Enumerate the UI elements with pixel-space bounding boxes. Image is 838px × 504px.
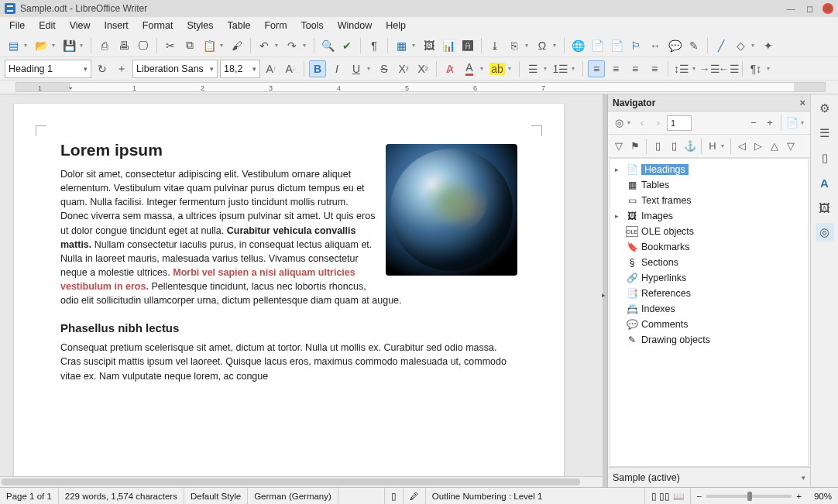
increase-indent-button[interactable]: →☰ [701, 60, 718, 77]
nav-anchor-button[interactable]: ⚓ [682, 139, 698, 154]
status-view-layout[interactable]: ▯ ▯▯ 📖 [645, 488, 690, 504]
undo-button[interactable]: ↶ [256, 37, 273, 54]
earth-image[interactable] [386, 144, 517, 276]
nav-prev-button[interactable]: ‹ [634, 115, 650, 131]
tree-item-sections[interactable]: §Sections [610, 255, 808, 270]
tree-item-references[interactable]: 📑References [610, 286, 808, 301]
nav-drag-mode-button[interactable]: 📄 [785, 115, 800, 131]
expand-icon[interactable]: ▸ [615, 212, 623, 220]
para-spacing-button[interactable]: ¶↕ [747, 60, 764, 77]
find-button[interactable]: 🔍 [319, 37, 336, 54]
tree-item-ole-objects[interactable]: OLEOLE objects [610, 224, 808, 239]
dropdown-icon[interactable]: ▾ [721, 142, 727, 149]
bookmark-button[interactable]: 🏳 [627, 37, 644, 54]
expand-icon[interactable]: ▸ [615, 166, 623, 173]
tree-item-tables[interactable]: ▦Tables [610, 177, 808, 193]
underline-button[interactable]: U [348, 60, 365, 77]
horizontal-ruler[interactable]: 1 1 2 3 4 5 6 7 ⌄ [0, 81, 838, 94]
menu-format[interactable]: Format [136, 19, 180, 33]
status-zoom-value[interactable]: 90% [808, 488, 838, 504]
dropdown-icon[interactable]: ▾ [801, 119, 807, 126]
sidebar-page-button[interactable]: ▯ [816, 149, 834, 167]
nav-set-reminder-button[interactable]: ⚑ [627, 139, 643, 154]
italic-button[interactable]: I [328, 60, 345, 77]
subscript-button[interactable]: X2 [414, 60, 431, 77]
paragraph-style-combo[interactable]: Heading 1 ▾ [5, 60, 91, 78]
horizontal-scrollbar[interactable] [0, 476, 603, 487]
panel-splitter[interactable] [603, 94, 607, 487]
menu-form[interactable]: Form [258, 19, 293, 33]
dropdown-icon[interactable]: ▾ [480, 65, 486, 72]
highlight-button[interactable]: ab [489, 60, 506, 77]
sidebar-settings-button[interactable]: ⚙ [816, 99, 834, 118]
menu-view[interactable]: View [64, 19, 97, 33]
track-changes-button[interactable]: ✎ [685, 37, 702, 54]
nav-zoom-out-button[interactable]: − [746, 115, 761, 131]
dropdown-icon[interactable]: ▾ [553, 42, 559, 49]
dropdown-icon[interactable]: ▾ [627, 119, 634, 126]
dropdown-icon[interactable]: ▾ [303, 42, 309, 49]
new-button[interactable]: ▤ [5, 37, 22, 54]
zoom-in-button[interactable]: + [796, 492, 802, 501]
status-wordcount[interactable]: 229 words, 1,574 characters [59, 488, 184, 504]
dropdown-icon[interactable]: ▾ [275, 42, 281, 49]
paragraph[interactable]: Consequat pretium scelerisque sit amet, … [60, 341, 517, 382]
dropdown-icon[interactable]: ▾ [52, 42, 58, 49]
nav-footer-button[interactable]: ▯ [666, 139, 682, 154]
navigator-footer[interactable]: Sample (active) ▾ [608, 467, 810, 487]
navigator-tree[interactable]: ▸📄Headings▦Tables▭Text frames▸🖼ImagesOLE… [610, 158, 809, 467]
close-button[interactable]: ✕ [823, 3, 833, 14]
print-preview-button[interactable]: 🖵 [135, 37, 152, 54]
basic-shapes-button[interactable]: ◇ [732, 37, 749, 54]
nav-move-down-button[interactable]: ▽ [783, 139, 799, 154]
numbering-button[interactable]: 1☰ [552, 60, 569, 77]
cross-ref-button[interactable]: ↔ [647, 37, 664, 54]
clear-format-button[interactable]: A̷ [441, 60, 458, 77]
sidebar-styles-button[interactable]: A [816, 173, 834, 192]
status-language[interactable]: German (Germany) [248, 488, 338, 504]
navigator-close-button[interactable]: × [799, 97, 805, 108]
dropdown-icon[interactable]: ▾ [525, 42, 531, 49]
nav-toggle-button[interactable]: ◎ [611, 115, 627, 131]
nav-move-up-button[interactable]: △ [767, 139, 782, 154]
tree-item-text-frames[interactable]: ▭Text frames [610, 193, 808, 208]
bullets-button[interactable]: ☰ [524, 60, 541, 77]
copy-button[interactable]: ⧉ [181, 37, 198, 54]
tree-item-images[interactable]: ▸🖼Images [610, 208, 808, 224]
strike-button[interactable]: S [376, 60, 393, 77]
status-signature[interactable]: 🖉 [404, 488, 426, 504]
tree-item-headings[interactable]: ▸📄Headings [610, 162, 808, 177]
sidebar-gallery-button[interactable]: 🖼 [816, 198, 834, 217]
print-button[interactable]: 🖶 [115, 37, 132, 54]
shrink-font-button[interactable]: A↓ [282, 60, 299, 77]
nav-header-button[interactable]: ▯ [650, 139, 665, 154]
field-button[interactable]: ⎘ [506, 37, 523, 54]
tree-item-comments[interactable]: 💬Comments [610, 317, 808, 332]
nav-content-view-button[interactable]: ▽ [611, 139, 627, 154]
table-button[interactable]: ▦ [393, 37, 410, 54]
nav-zoom-in-button[interactable]: + [762, 115, 778, 131]
dropdown-icon[interactable]: ▾ [572, 65, 578, 72]
nav-heading-levels-button[interactable]: H [705, 139, 720, 154]
menu-help[interactable]: Help [380, 19, 412, 33]
nav-demote-button[interactable]: ▷ [750, 139, 766, 154]
new-dropdown[interactable]: ▾ [24, 42, 30, 49]
export-pdf-button[interactable]: ⎙ [96, 37, 113, 54]
paste-button[interactable]: 📋 [201, 37, 218, 54]
update-style-button[interactable]: ↻ [94, 60, 111, 77]
menu-tools[interactable]: Tools [295, 19, 330, 33]
menu-file[interactable]: File [3, 19, 31, 33]
tree-item-bookmarks[interactable]: 🔖Bookmarks [610, 239, 808, 255]
special-char-button[interactable]: Ω [534, 37, 551, 54]
minimize-button[interactable]: — [785, 3, 796, 14]
textbox-button[interactable]: 🅰 [459, 37, 476, 54]
menu-edit[interactable]: Edit [33, 19, 62, 33]
draw-functions-button[interactable]: ✦ [760, 37, 777, 54]
nav-next-button[interactable]: › [651, 115, 666, 131]
font-name-combo[interactable]: Liberation Sans ▾ [132, 60, 218, 78]
hyperlink-button[interactable]: 🌐 [569, 37, 586, 54]
sidebar-navigator-button[interactable]: ◎ [816, 223, 834, 242]
chart-button[interactable]: 📊 [440, 37, 457, 54]
font-color-button[interactable]: A [461, 60, 478, 77]
page-break-button[interactable]: ⤓ [486, 37, 503, 54]
